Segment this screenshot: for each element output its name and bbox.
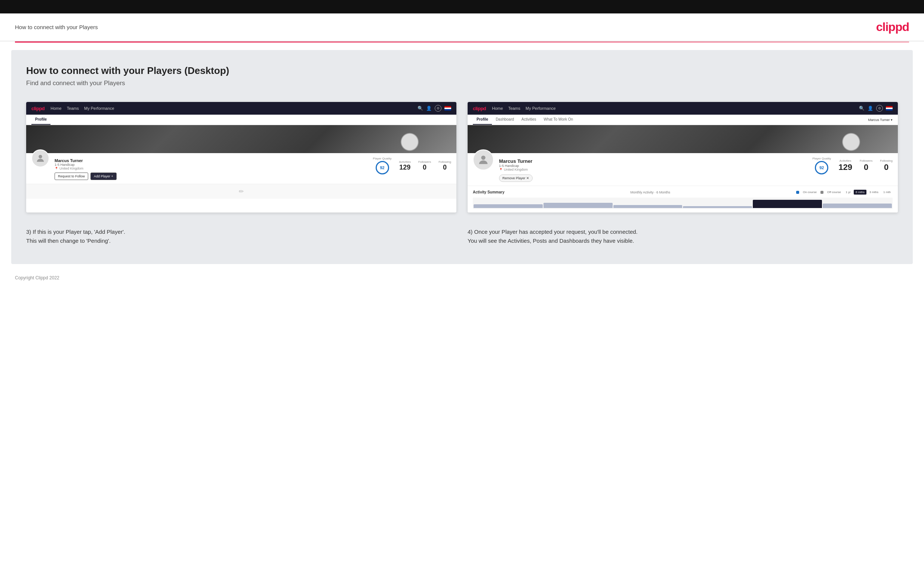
left-player-handicap: 1-5 Handicap (55, 163, 368, 166)
quality-label-right: Player Quality (812, 157, 831, 160)
filter-1yr[interactable]: 1 yr (844, 190, 853, 195)
right-player-details: Marcus Turner 1-5 Handicap 📍 United King… (499, 157, 807, 182)
activity-legend-filters: On course Off course 1 yr 6 mths 3 mths … (796, 190, 893, 195)
chart-area (473, 198, 893, 209)
left-hero-image (26, 125, 456, 153)
avatar-icon-right (477, 153, 489, 166)
clippd-logo: clippd (876, 20, 909, 34)
quality-circle: 92 (376, 161, 389, 174)
right-profile-info: Marcus Turner 1-5 Handicap 📍 United King… (468, 153, 898, 185)
left-profile-info: Marcus Turner 1-5 Handicap 📍 United King… (26, 153, 456, 184)
description-left-text: 3) If this is your Player tap, 'Add Play… (26, 227, 456, 245)
chart-bar-5 (753, 200, 822, 208)
left-nav-home[interactable]: Home (50, 106, 61, 111)
settings-icon[interactable]: ⚙ (435, 105, 441, 112)
right-stat-quality: Player Quality 92 (812, 157, 831, 174)
copyright-text: Copyright Clippd 2022 (15, 275, 60, 280)
right-tabs-bar: Profile Dashboard Activities What To Wor… (468, 114, 898, 125)
quality-label: Player Quality (373, 157, 392, 160)
activity-header: Activity Summary Monthly Activity · 6 Mo… (473, 190, 893, 195)
screenshot-right: clippd Home Teams My Performance 🔍 👤 ⚙ P… (468, 102, 898, 213)
right-stat-followers: Followers 0 (860, 159, 872, 172)
right-navbar: clippd Home Teams My Performance 🔍 👤 ⚙ (468, 102, 898, 114)
left-stat-activities: Activities 129 (399, 160, 411, 171)
off-course-legend-dot (821, 191, 824, 194)
request-follow-button[interactable]: Request to Follow (55, 172, 88, 180)
description-left: 3) If this is your Player tap, 'Add Play… (26, 227, 456, 245)
right-action-buttons: Remove Player ✕ (499, 174, 807, 182)
right-nav-teams[interactable]: Teams (508, 106, 520, 111)
page-header-title: How to connect with your Players (15, 24, 98, 30)
search-icon-right[interactable]: 🔍 (859, 106, 864, 111)
description-right: 4) Once your Player has accepted your re… (468, 227, 898, 245)
filter-3mths[interactable]: 3 mths (867, 190, 880, 195)
time-filters: 1 yr 6 mths 3 mths 1 mth (844, 190, 893, 195)
tab-profile-right[interactable]: Profile (473, 114, 492, 125)
screenshots-row: clippd Home Teams My Performance 🔍 👤 ⚙ P… (26, 102, 898, 213)
right-avatar (473, 149, 494, 170)
right-tabs: Profile Dashboard Activities What To Wor… (468, 114, 868, 125)
description-right-text: 4) Once your Player has accepted your re… (468, 227, 898, 245)
left-stat-followers: Followers 0 (418, 160, 431, 171)
left-navbar: clippd Home Teams My Performance 🔍 👤 ⚙ (26, 102, 456, 114)
descriptions-row: 3) If this is your Player tap, 'Add Play… (26, 227, 898, 245)
marcus-turner-dropdown[interactable]: Marcus Turner ▾ (868, 118, 898, 122)
left-nav-performance[interactable]: My Performance (84, 106, 115, 111)
left-tabs: Profile (26, 114, 456, 125)
avatar-icon (35, 153, 45, 164)
right-stats: Player Quality 92 Activities 129 Followe… (812, 157, 893, 174)
chart-bar-6 (823, 203, 892, 208)
on-course-label: On course (803, 190, 817, 194)
settings-icon-right[interactable]: ⚙ (876, 105, 883, 112)
left-stat-quality: Player Quality 92 (373, 157, 392, 174)
left-player-details: Marcus Turner 1-5 Handicap 📍 United King… (55, 157, 368, 180)
flag-icon (444, 106, 451, 111)
location-icon: 📍 (55, 167, 58, 170)
tab-activities-right[interactable]: Activities (518, 114, 540, 125)
right-nav-links: Home Teams My Performance (492, 106, 556, 111)
svg-point-1 (481, 156, 485, 160)
right-nav-performance[interactable]: My Performance (525, 106, 556, 111)
right-player-handicap: 1-5 Handicap (499, 164, 807, 168)
right-player-location: 📍 United Kingdom (499, 168, 807, 171)
left-player-name: Marcus Turner (55, 158, 368, 163)
main-title: How to connect with your Players (Deskto… (26, 65, 898, 77)
screenshot-left: clippd Home Teams My Performance 🔍 👤 ⚙ P… (26, 102, 456, 213)
filter-6mths[interactable]: 6 mths (854, 190, 866, 195)
remove-player-button[interactable]: Remove Player ✕ (499, 174, 533, 182)
user-icon[interactable]: 👤 (426, 106, 432, 111)
left-player-location: 📍 United Kingdom (55, 166, 368, 170)
off-course-label: Off course (827, 190, 841, 194)
right-stat-activities: Activities 129 (838, 159, 852, 172)
right-stat-following: Following 0 (880, 159, 893, 172)
right-hero-image (468, 125, 898, 153)
quality-circle-right: 92 (815, 161, 828, 174)
add-player-button[interactable]: Add Player + (90, 172, 116, 180)
activity-legend: On course Off course (796, 190, 841, 194)
left-stat-following: Following 0 (438, 160, 451, 171)
right-player-name: Marcus Turner (499, 158, 807, 164)
activity-period: Monthly Activity · 6 Months (630, 190, 670, 194)
on-course-legend-dot (796, 191, 799, 194)
location-icon-right: 📍 (499, 168, 503, 171)
main-subtitle: Find and connect with your Players (26, 79, 898, 87)
left-action-buttons: Request to Follow Add Player + (55, 172, 368, 180)
svg-point-0 (39, 155, 42, 158)
left-stats: Player Quality 92 Activities 129 Followe… (373, 157, 451, 174)
tab-dashboard-right[interactable]: Dashboard (492, 114, 518, 125)
right-nav-icons: 🔍 👤 ⚙ (859, 105, 893, 112)
filter-1mth[interactable]: 1 mth (881, 190, 893, 195)
main-content: How to connect with your Players (Deskto… (11, 50, 913, 264)
right-nav-home[interactable]: Home (492, 106, 503, 111)
chart-bar-1 (473, 204, 543, 208)
user-icon-right[interactable]: 👤 (867, 106, 873, 111)
search-icon[interactable]: 🔍 (418, 106, 423, 111)
left-nav-teams[interactable]: Teams (67, 106, 79, 111)
pen-icon: ✏ (239, 188, 244, 195)
tab-what-to-work-on-right[interactable]: What To Work On (540, 114, 577, 125)
activity-summary: Activity Summary Monthly Activity · 6 Mo… (468, 185, 898, 213)
page-header: How to connect with your Players clippd (0, 13, 924, 42)
left-nav-links: Home Teams My Performance (50, 106, 114, 111)
tab-profile-left[interactable]: Profile (31, 114, 50, 125)
top-bar (0, 0, 924, 13)
